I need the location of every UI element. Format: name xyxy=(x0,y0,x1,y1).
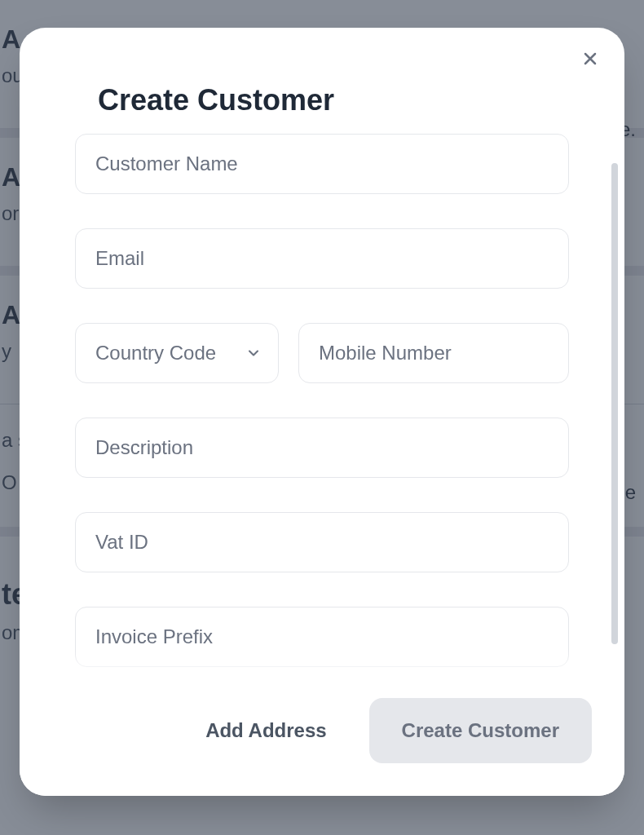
description-input[interactable] xyxy=(75,418,569,478)
modal-body: Country Code xyxy=(20,134,624,675)
customer-name-input[interactable] xyxy=(75,134,569,194)
add-address-button[interactable]: Add Address xyxy=(196,703,336,758)
modal-header: Create Customer xyxy=(20,28,624,134)
mobile-number-input[interactable] xyxy=(298,323,569,383)
invoice-prefix-input[interactable] xyxy=(75,607,569,667)
vat-id-input[interactable] xyxy=(75,512,569,572)
modal-footer: Add Address Create Customer xyxy=(20,675,624,796)
close-icon xyxy=(580,49,600,68)
chevron-down-icon xyxy=(245,345,262,361)
close-button[interactable] xyxy=(579,47,602,70)
country-code-select[interactable]: Country Code xyxy=(75,323,279,383)
modal-title: Create Customer xyxy=(42,51,602,134)
country-code-label: Country Code xyxy=(95,342,216,364)
create-customer-button[interactable]: Create Customer xyxy=(369,698,592,763)
create-customer-modal: Create Customer Country Code Add Address… xyxy=(20,28,624,796)
email-input[interactable] xyxy=(75,228,569,289)
phone-row: Country Code xyxy=(75,323,569,383)
